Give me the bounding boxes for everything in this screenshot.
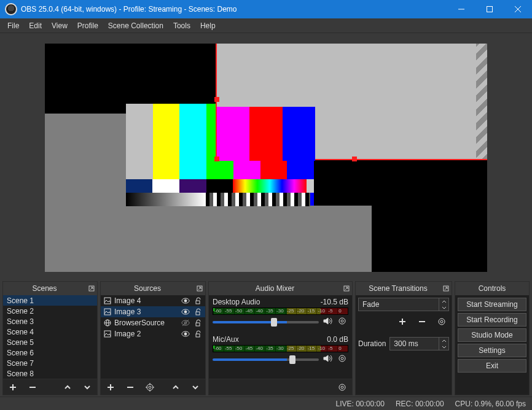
source-remove-button[interactable]	[123, 381, 138, 394]
scene-row[interactable]: Scene 1	[3, 295, 97, 306]
transition-remove-button[interactable]	[415, 315, 429, 328]
source-image2-gray[interactable]	[45, 114, 126, 272]
minimize-button[interactable]	[447, 0, 475, 18]
window-title: OBS 25.0.4 (64-bit, windows) - Profile: …	[21, 5, 447, 14]
source-add-button[interactable]	[103, 381, 118, 394]
chevron-up-icon[interactable]	[439, 298, 448, 304]
source-row[interactable]: Image 3	[101, 306, 205, 317]
source-properties-button[interactable]	[143, 381, 157, 394]
visibility-toggle-icon[interactable]	[181, 307, 190, 317]
mixer-channel: Mic/Aux0.0 dB-60-55-50-45-40-35-30-25-20…	[213, 335, 348, 365]
svg-marker-41	[324, 318, 328, 324]
transitions-popout-icon[interactable]	[440, 283, 452, 294]
visibility-toggle-icon[interactable]	[181, 318, 190, 328]
menu-edit[interactable]: Edit	[24, 20, 47, 32]
volume-slider[interactable]	[213, 358, 319, 361]
controls-button[interactable]: Exit	[458, 359, 526, 373]
transition-type-dropdown[interactable]: Fade	[358, 298, 449, 311]
bars-pluge-strip	[206, 193, 310, 206]
menu-file[interactable]: File	[2, 20, 24, 32]
menu-tools[interactable]: Tools	[168, 20, 195, 32]
scene-row[interactable]: Scene 8	[3, 368, 97, 379]
visibility-toggle-icon[interactable]	[181, 329, 190, 339]
source-image2-gray-b[interactable]	[126, 206, 372, 272]
source-label: Image 2	[114, 330, 178, 338]
controls-button[interactable]: Studio Mode	[458, 328, 526, 342]
mixer-channel: Desktop Audio-10.5 dB-60-55-50-45-40-35-…	[213, 298, 348, 328]
image-icon	[103, 330, 112, 338]
source-row[interactable]: Image 2	[101, 328, 205, 339]
controls-button[interactable]: Settings	[458, 344, 526, 357]
mixer-popout-icon[interactable]	[341, 283, 352, 294]
svg-rect-14	[196, 301, 200, 304]
transition-type-value: Fade	[359, 298, 439, 311]
scene-remove-button[interactable]	[25, 381, 40, 394]
source-row[interactable]: BrowserSource	[101, 317, 205, 328]
duration-up-icon[interactable]	[439, 338, 448, 344]
source-selection-image3[interactable]	[216, 44, 487, 160]
vu-meter: -60-55-50-45-40-35-30-25-20-15-10-50	[213, 308, 348, 315]
lock-toggle-icon[interactable]	[193, 307, 203, 317]
mixer-settings-button[interactable]	[335, 381, 350, 394]
menu-view[interactable]: View	[47, 20, 72, 32]
svg-rect-18	[196, 312, 200, 315]
image-icon	[103, 296, 112, 305]
sources-popout-icon[interactable]	[194, 283, 205, 294]
scene-row[interactable]: Scene 3	[3, 316, 97, 327]
svg-point-33	[147, 384, 153, 390]
visibility-toggle-icon[interactable]	[181, 296, 190, 306]
scenes-popout-icon[interactable]	[86, 283, 97, 294]
preview-canvas[interactable]	[45, 44, 487, 272]
scenes-title: Scenes	[3, 284, 86, 293]
menu-help[interactable]: Help	[195, 20, 221, 32]
chevron-down-icon[interactable]	[439, 304, 448, 311]
source-label: BrowserSource	[114, 319, 178, 327]
source-down-button[interactable]	[188, 381, 203, 394]
maximize-button[interactable]	[475, 0, 504, 18]
scene-up-button[interactable]	[60, 381, 75, 394]
scene-row[interactable]: Scene 2	[3, 306, 97, 316]
menu-profile[interactable]: Profile	[72, 20, 103, 32]
selection-handle-bl[interactable]	[214, 157, 219, 161]
channel-settings-icon[interactable]	[337, 316, 348, 328]
transition-duration-value: 300 ms	[390, 338, 439, 350]
svg-point-43	[341, 320, 343, 322]
dock-controls: Controls Start StreamingStart RecordingS…	[455, 281, 530, 395]
selection-handle-bc[interactable]	[352, 157, 357, 161]
lock-toggle-icon[interactable]	[193, 329, 203, 339]
scene-row[interactable]: Scene 6	[3, 347, 97, 358]
volume-slider[interactable]	[213, 321, 319, 323]
transition-settings-button[interactable]	[434, 315, 449, 328]
svg-point-34	[149, 386, 151, 389]
channel-name: Desktop Audio	[213, 298, 260, 306]
channel-name: Mic/Aux	[213, 335, 239, 344]
close-button[interactable]	[504, 0, 532, 18]
sources-title: Sources	[101, 284, 194, 293]
image-icon	[103, 308, 112, 316]
controls-button[interactable]: Start Recording	[458, 313, 526, 327]
globe-icon	[103, 319, 112, 327]
scene-add-button[interactable]	[6, 381, 20, 394]
transition-duration-input[interactable]: 300 ms	[389, 337, 449, 350]
speaker-icon[interactable]	[323, 316, 334, 328]
lock-toggle-icon[interactable]	[193, 318, 203, 328]
svg-line-10	[198, 287, 201, 290]
speaker-icon[interactable]	[323, 354, 334, 365]
scene-row[interactable]: Scene 7	[3, 358, 97, 368]
scene-row[interactable]: Scene 4	[3, 327, 97, 337]
scene-row[interactable]: Scene 5	[3, 337, 97, 347]
selection-handle-ml[interactable]	[214, 97, 219, 102]
dock-audio-mixer: Audio Mixer Desktop Audio-10.5 dB-60-55-…	[208, 281, 353, 395]
duration-down-icon[interactable]	[439, 344, 448, 350]
controls-button[interactable]: Start Streaming	[458, 298, 526, 311]
mixer-title: Audio Mixer	[209, 284, 341, 293]
dock-transitions: Scene Transitions Fade Duration	[355, 281, 452, 395]
lock-toggle-icon[interactable]	[193, 296, 203, 306]
source-row[interactable]: Image 4	[101, 295, 205, 306]
channel-settings-icon[interactable]	[337, 354, 348, 365]
menu-scene-collection[interactable]: Scene Collection	[103, 20, 168, 32]
channel-db: -10.5 dB	[321, 298, 348, 306]
scene-down-button[interactable]	[80, 381, 95, 394]
transition-add-button[interactable]	[395, 315, 410, 328]
source-up-button[interactable]	[168, 381, 183, 394]
